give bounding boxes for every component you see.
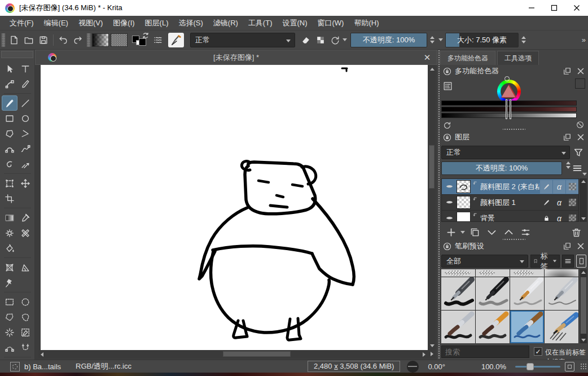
canvas-vertical-scrollbar[interactable]: [428, 65, 436, 350]
lock-icon[interactable]: [442, 67, 452, 76]
blend-mode-select[interactable]: 正常: [190, 33, 295, 47]
brush-preset-paint-brush-silver[interactable]: [441, 311, 475, 343]
pattern-edit-tool[interactable]: [2, 225, 17, 241]
multibrush-tool[interactable]: [17, 156, 33, 172]
layer-row-1[interactable]: 颜料图层 1α: [442, 195, 578, 211]
menu-item-4[interactable]: 图层(L): [140, 16, 174, 30]
move-layer-down-button[interactable]: [484, 225, 499, 239]
duplicate-layer-button[interactable]: [467, 225, 482, 239]
polygon-select-tool[interactable]: [2, 309, 17, 325]
layer-name[interactable]: 背景: [480, 213, 539, 222]
ellipse-select-tool[interactable]: [17, 294, 33, 309]
bezier-select-tool[interactable]: [2, 340, 17, 355]
close-docker-icon[interactable]: [576, 241, 586, 251]
scroll-left-arrow[interactable]: [41, 352, 43, 357]
brush-preset-eraser-soft[interactable]: [441, 269, 475, 277]
brush-preset-ink-pen-silver[interactable]: [545, 277, 578, 310]
brush-preset-ink-pen-dark[interactable]: [441, 277, 475, 310]
fill-tool[interactable]: [2, 241, 17, 256]
menu-item-1[interactable]: 编辑(E): [39, 16, 73, 30]
layer-alpha-lock-icon[interactable]: [566, 180, 578, 194]
color-sampler-tool[interactable]: [17, 210, 33, 225]
menu-item-9[interactable]: 窗口(W): [313, 16, 349, 30]
rectangle-tool[interactable]: [2, 111, 17, 126]
menu-item-6[interactable]: 滤镜(R): [208, 16, 243, 30]
new-document-button[interactable]: [7, 33, 21, 47]
text-tool[interactable]: [17, 61, 33, 76]
layer-lock-icon[interactable]: [540, 180, 552, 194]
rotation-dial[interactable]: [407, 361, 419, 373]
menu-item-0[interactable]: 文件(F): [5, 16, 39, 30]
dynamic-brush-tool[interactable]: [2, 156, 17, 172]
gradient-chooser[interactable]: [92, 33, 109, 47]
menu-item-3[interactable]: 图像(I): [108, 16, 139, 30]
selector-settings-icon[interactable]: [442, 81, 453, 91]
no-color-icon[interactable]: [576, 120, 585, 129]
layer-row-0[interactable]: 颜料图层 2 (来自粘贴)α: [442, 179, 578, 195]
pattern-chooser[interactable]: [111, 33, 128, 47]
save-button[interactable]: [36, 33, 51, 47]
layer-alpha-lock-icon[interactable]: [566, 196, 578, 209]
tab-advanced-color-selector[interactable]: 多功能拾色器: [440, 51, 495, 65]
add-layer-caret[interactable]: [460, 231, 465, 234]
toolbar-overflow-chevron[interactable]: »: [582, 36, 585, 44]
freehand-brush-tool[interactable]: [2, 95, 17, 111]
foreground-background-colors[interactable]: [131, 33, 148, 47]
opacity-slider[interactable]: 不透明度: 100%: [350, 33, 427, 47]
bezier-curve-tool[interactable]: [2, 141, 17, 156]
layer-thumbnail[interactable]: [457, 196, 471, 209]
zoom-slider[interactable]: [515, 366, 560, 368]
layer-lock-icon[interactable]: [540, 196, 552, 209]
layer-name[interactable]: 颜料图层 1: [480, 198, 539, 208]
lock-icon[interactable]: [442, 242, 452, 251]
close-button[interactable]: [565, 0, 588, 16]
layer-lock-icon[interactable]: [540, 212, 552, 222]
selection-mode-icon[interactable]: [10, 362, 20, 371]
layer-list-scrollbar[interactable]: [580, 178, 587, 222]
preserve-alpha-button[interactable]: [313, 33, 328, 47]
value-bar[interactable]: [441, 113, 577, 118]
tab-tool-options[interactable]: 工具选项: [497, 51, 539, 65]
brush-preset-airbrush-soft[interactable]: [545, 269, 578, 277]
calligraphy-tool[interactable]: [17, 76, 33, 91]
menu-item-5[interactable]: 选择(S): [173, 16, 208, 30]
vscroll-thumb[interactable]: [429, 145, 435, 189]
canvas[interactable]: [41, 65, 428, 350]
crop-tool[interactable]: [2, 191, 17, 206]
similar-select-tool[interactable]: [17, 325, 33, 340]
brush-preset-ink-pen-black[interactable]: [476, 277, 510, 310]
delete-layer-button[interactable]: [569, 225, 583, 239]
opacity-dropdown-caret[interactable]: [438, 38, 443, 41]
close-docker-icon[interactable]: [576, 132, 586, 142]
layer-visibility-icon[interactable]: [442, 213, 457, 222]
scroll-down-arrow[interactable]: [430, 344, 435, 347]
reload-preset-button[interactable]: [328, 33, 343, 47]
brush-display-menu-button[interactable]: [562, 255, 574, 268]
brush-search-input[interactable]: [441, 346, 529, 358]
menu-item-7[interactable]: 工具(T): [243, 16, 278, 30]
bar-marker-right[interactable]: [510, 99, 511, 119]
brush-preset-paint-brush-orange[interactable]: [476, 311, 510, 343]
layer-alpha-icon[interactable]: α: [553, 212, 565, 222]
color-triangle[interactable]: [501, 84, 517, 98]
zoom-slider-knob[interactable]: [526, 363, 534, 370]
smart-patch-tool[interactable]: [17, 225, 33, 241]
layer-alpha-icon[interactable]: α: [553, 180, 565, 194]
open-document-button[interactable]: [21, 33, 36, 47]
close-docker-icon[interactable]: [576, 66, 586, 76]
bar-marker-left[interactable]: [506, 99, 507, 119]
scroll-up-arrow[interactable]: [430, 68, 435, 71]
current-color-swatch[interactable]: [575, 78, 585, 89]
brush-grid-scrollbar[interactable]: [580, 269, 587, 343]
undo-button[interactable]: [56, 33, 71, 47]
layer-row-2[interactable]: 背景α: [442, 211, 578, 222]
float-docker-icon[interactable]: [562, 66, 572, 76]
brush-editor-button[interactable]: [168, 33, 184, 47]
polygon-tool[interactable]: [2, 126, 17, 141]
docker-resize-handle[interactable]: [503, 128, 525, 130]
layer-visibility-icon[interactable]: [442, 198, 457, 207]
scroll-corner-button[interactable]: [428, 350, 436, 358]
float-docker-icon[interactable]: [562, 241, 572, 251]
brush-size-slider[interactable]: 大小: 7.50 像素: [445, 33, 519, 47]
zoom-fit-button[interactable]: [565, 362, 574, 371]
